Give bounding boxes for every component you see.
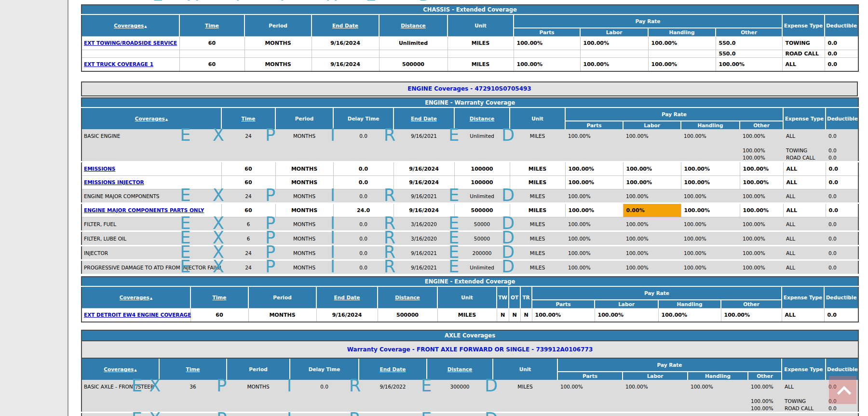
cell-time: 36P: [159, 380, 227, 393]
table-row: BASIC ENGINEEX24PMONTHSI0.0R9/16/2021EUn…: [81, 129, 858, 142]
cell-deductible: 0.0: [825, 50, 858, 58]
cell-distance: [427, 393, 493, 404]
column-header-end-date[interactable]: End Date: [359, 358, 427, 380]
cell-labor: [623, 393, 688, 404]
column-header-period: Period: [248, 286, 316, 309]
cell-time: 24P: [221, 246, 275, 260]
cell-delay_time: 0.0R: [333, 246, 393, 260]
cell-parts: 100.00%: [514, 58, 580, 72]
cell-unit: [448, 50, 514, 58]
column-header-handling: Handling: [648, 28, 716, 37]
sort-ascending-icon: ▲: [165, 118, 168, 121]
column-header-distance[interactable]: Distance: [378, 286, 437, 309]
cell-other: 100.00%: [740, 231, 783, 246]
cell-deductible: 0.0: [826, 162, 858, 176]
column-header-coverages[interactable]: Coverages▲: [81, 286, 190, 309]
cell-end_date: 9/16/2022E: [359, 380, 427, 393]
cell-time: [221, 142, 275, 154]
cell-delay_time: 0.0: [333, 162, 393, 176]
coverage-link[interactable]: EXT DETROIT EW4 ENGINE COVERAGE: [84, 312, 191, 318]
table-row: FILTER, LUBE OILEX6PMONTHSI0.0R3/16/2020…: [81, 231, 858, 246]
column-header-end-date[interactable]: End Date: [312, 14, 379, 37]
column-header-distance[interactable]: Distance: [427, 358, 493, 380]
expired-watermark-letter: P: [265, 215, 275, 232]
cell-parts: 100.00%: [565, 176, 623, 189]
cell-time: 60: [221, 203, 275, 217]
column-header-parts: Parts: [514, 28, 580, 37]
scroll-to-top-button[interactable]: [829, 376, 856, 404]
axle-warranty-subtitle: Warranty Coverage - FRONT AXLE FORWARD O…: [81, 341, 858, 358]
cell-name: EXT DETROIT EW4 ENGINE COVERAGE: [81, 309, 190, 322]
column-header-parts: Parts: [532, 300, 595, 309]
column-header-end-date[interactable]: End Date: [316, 286, 378, 309]
column-header-coverages[interactable]: Coverages▲: [81, 14, 179, 37]
column-header-distance[interactable]: Distance: [379, 14, 448, 37]
cell-labor: 100.00%: [623, 246, 681, 260]
cell-period: MONTHS: [275, 162, 333, 176]
cell-delay_time: 0.0R: [290, 413, 359, 416]
coverage-link[interactable]: EXT TRUCK COVERAGE 1: [84, 61, 153, 67]
cell-handling: 100.00%: [681, 231, 740, 246]
cell-end_date: [359, 393, 427, 404]
cell-end_date: 9/16/2024: [312, 37, 379, 50]
column-header-parts: Parts: [557, 372, 623, 380]
cell-handling: 100.00%: [681, 203, 740, 217]
table-row: ENGINE MAJOR COMPONENTS PARTS ONLY60MONT…: [81, 203, 858, 217]
table-title: ENGINE - Extended Coverage: [81, 277, 858, 286]
column-header-coverages[interactable]: Coverages▲: [81, 358, 159, 380]
cell-end_date: 9/16/2021E: [393, 246, 454, 260]
cell-expense_type: ROAD CALL: [782, 404, 826, 413]
expired-watermark-letter: I: [280, 0, 285, 3]
expired-watermark-letter: P: [265, 229, 275, 246]
cell-handling: 100.00%: [681, 260, 740, 275]
column-header-unit: Unit: [510, 107, 565, 129]
column-header-ot: OT: [509, 286, 520, 309]
coverage-link[interactable]: EXT TOWING/ROADSIDE SERVICE: [84, 40, 177, 46]
cell-period: [275, 154, 333, 162]
column-header-distance[interactable]: Distance: [454, 107, 510, 129]
column-header-deductible: Deductible: [824, 286, 858, 309]
column-header-time[interactable]: Time: [221, 107, 275, 129]
coverage-tables-area: EXPIRED CHASSIS - Extended Coverage Cove…: [81, 0, 858, 416]
cell-unit: MILES: [493, 413, 557, 416]
coverage-link[interactable]: ENGINE MAJOR COMPONENTS PARTS ONLY: [84, 207, 204, 213]
cell-other: 550.0: [716, 50, 782, 58]
cell-other: 100.00%: [740, 260, 783, 275]
cell-name: FILTER, FUELEX: [81, 217, 221, 231]
cell-delay_time: [333, 142, 393, 154]
coverage-link[interactable]: EMISSIONS: [84, 166, 115, 172]
cell-end_date: [393, 142, 454, 154]
cell-labor: [580, 50, 648, 58]
column-header-time[interactable]: Time: [190, 286, 248, 309]
cell-delay_time: 0.0: [333, 176, 393, 189]
cell-name: TIE ROD ASSEMBLYEX: [81, 413, 159, 416]
cell-labor: 100.00%: [580, 58, 648, 72]
column-header-time[interactable]: Time: [179, 14, 244, 37]
cell-unit: MILES: [510, 189, 565, 203]
table-row: EMISSIONS INJECTOR60MONTHS0.09/16/202410…: [81, 176, 858, 189]
cell-deductible: 0.0: [826, 203, 858, 217]
column-header-unit: Unit: [437, 286, 497, 309]
column-header-expense-type: Expense Type: [782, 14, 825, 37]
cell-time: 60: [221, 162, 275, 176]
cell-parts: 100.00%: [565, 217, 623, 231]
table-row: 100.00%ROAD CALL0.0: [81, 154, 858, 162]
column-header-coverages[interactable]: Coverages▲: [81, 107, 221, 129]
cell-labor: 100.00%: [623, 162, 681, 176]
column-header-time[interactable]: Time: [159, 358, 227, 380]
cell-deductible: 0.0: [826, 231, 858, 246]
cell-expense_type: TOWING: [782, 393, 826, 404]
cell-unit: MILES: [437, 309, 497, 322]
chevron-up-icon: [837, 386, 851, 401]
coverage-link[interactable]: EMISSIONS INJECTOR: [84, 179, 144, 185]
cell-end_date: 9/16/2021E: [393, 189, 454, 203]
column-header-handling: Handling: [688, 372, 748, 380]
table-row: EXT DETROIT EW4 ENGINE COVERAGE60MONTHS9…: [81, 309, 858, 322]
cell-deductible: 0.0: [825, 58, 858, 72]
cell-parts: [557, 404, 623, 413]
column-header-end-date[interactable]: End Date: [393, 107, 454, 129]
cell-distance: 200000D: [454, 246, 510, 260]
cell-unit: MILES: [510, 203, 565, 217]
cell-end_date: 9/16/2024: [312, 58, 379, 72]
cell-deductible: 0.0: [826, 260, 858, 275]
